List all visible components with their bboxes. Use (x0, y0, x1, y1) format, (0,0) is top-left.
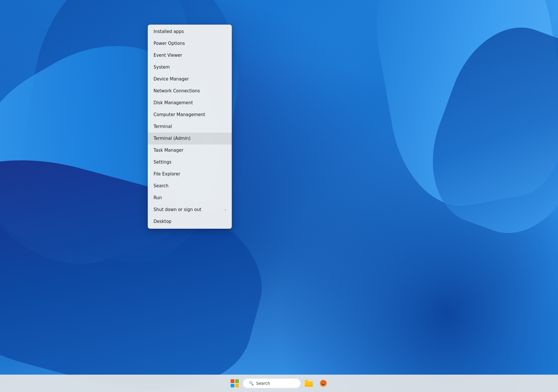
menu-item-label-power-options: Power Options (154, 41, 185, 47)
menu-item-label-terminal-admin: Terminal (Admin) (154, 135, 191, 142)
search-icon: 🔍 (249, 381, 254, 386)
menu-item-event-viewer[interactable]: Event Viewer (148, 50, 232, 61)
menu-item-run[interactable]: Run (148, 192, 232, 204)
menu-item-settings[interactable]: Settings (148, 156, 232, 168)
menu-item-disk-management[interactable]: Disk Management (148, 97, 232, 109)
menu-item-computer-management[interactable]: Computer Management (148, 109, 232, 121)
firefox-taskbar-button[interactable] (317, 377, 330, 390)
menu-item-label-installed-apps: Installed apps (154, 29, 184, 35)
menu-item-label-device-manager: Device Manager (154, 76, 189, 82)
taskbar-center: 🔍 Search (228, 377, 330, 390)
windows-logo-icon (231, 379, 239, 387)
menu-item-label-event-viewer: Event Viewer (154, 52, 182, 58)
menu-item-label-settings: Settings (154, 159, 172, 165)
win-logo-sq1 (231, 379, 234, 383)
menu-item-task-manager[interactable]: Task Manager (148, 144, 232, 156)
taskbar-search-bar[interactable]: 🔍 Search (243, 378, 301, 388)
context-menu: Installed appsPower OptionsEvent ViewerS… (148, 25, 232, 229)
menu-item-arrow-shut-down-sign-out: › (225, 208, 226, 212)
menu-item-label-search: Search (154, 183, 169, 189)
desktop: Installed appsPower OptionsEvent ViewerS… (0, 0, 558, 392)
menu-item-label-file-explorer: File Explorer (154, 171, 180, 177)
menu-item-device-manager[interactable]: Device Manager (148, 73, 232, 85)
menu-item-label-task-manager: Task Manager (154, 147, 183, 153)
win-logo-sq2 (235, 379, 239, 383)
taskbar-search-label: Search (256, 381, 270, 386)
menu-item-label-system: System (154, 64, 170, 70)
file-explorer-taskbar-button[interactable] (302, 377, 315, 390)
menu-item-label-disk-management: Disk Management (154, 100, 193, 106)
menu-item-label-desktop: Desktop (154, 219, 172, 225)
menu-item-label-computer-management: Computer Management (154, 112, 205, 118)
win-logo-sq4 (235, 384, 239, 388)
menu-item-search[interactable]: Search (148, 180, 232, 192)
start-button[interactable] (228, 377, 241, 390)
menu-item-label-shut-down-sign-out: Shut down or sign out (154, 207, 201, 213)
taskbar: 🔍 Search (0, 375, 558, 392)
menu-item-label-terminal: Terminal (154, 124, 172, 130)
menu-item-label-network-connections: Network Connections (154, 88, 200, 94)
folder-icon (305, 380, 313, 387)
menu-item-desktop[interactable]: Desktop (148, 216, 232, 228)
menu-item-shut-down-sign-out[interactable]: Shut down or sign out› (148, 204, 232, 216)
menu-item-installed-apps[interactable]: Installed apps (148, 26, 232, 38)
menu-item-terminal[interactable]: Terminal (148, 121, 232, 133)
folder-body (305, 381, 313, 387)
menu-item-power-options[interactable]: Power Options (148, 38, 232, 50)
menu-item-label-run: Run (154, 195, 162, 201)
win-logo-sq3 (231, 384, 234, 388)
menu-item-network-connections[interactable]: Network Connections (148, 85, 232, 97)
menu-item-system[interactable]: System (148, 61, 232, 73)
menu-item-file-explorer[interactable]: File Explorer (148, 168, 232, 180)
menu-item-terminal-admin[interactable]: Terminal (Admin) (148, 133, 232, 144)
firefox-icon (319, 379, 327, 387)
